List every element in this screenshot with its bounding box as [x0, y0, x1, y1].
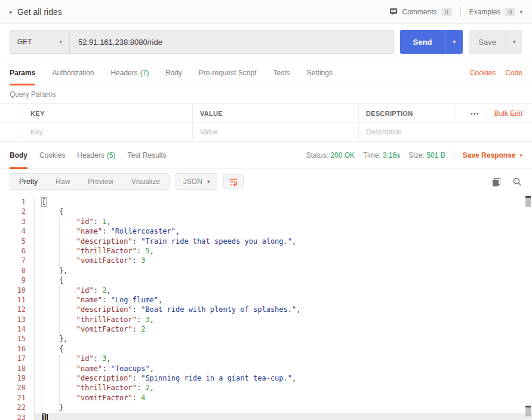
time-label: Time:	[363, 151, 381, 160]
tab-label: Settings	[307, 69, 333, 77]
indent-guide	[59, 364, 76, 373]
response-tab-test-results[interactable]: Test Results	[127, 142, 166, 168]
tab-authorization[interactable]: Authorization	[52, 60, 94, 85]
tab-pre-request-script[interactable]: Pre-request Script	[199, 60, 257, 85]
save-options-caret[interactable]: ▾	[506, 30, 522, 54]
disclosure-triangle-icon[interactable]: ▸	[10, 8, 13, 15]
send-label: Send	[413, 38, 432, 47]
tab-label: Cookies	[39, 151, 65, 160]
code-line: 8},	[0, 266, 532, 275]
code-token: "thrillFactor"	[76, 247, 137, 255]
indent-guide	[59, 373, 76, 383]
scrollbar-track[interactable]	[525, 195, 531, 419]
code-line: 4"name": "Rollercoaster",	[0, 226, 532, 236]
divider	[487, 108, 487, 119]
tab-body[interactable]: Body	[165, 60, 182, 85]
value-column-header: VALUE	[192, 104, 358, 122]
view-tab-visualize[interactable]: Visualize	[122, 174, 169, 189]
select-column-header	[0, 104, 23, 122]
save-response-dropdown[interactable]: Save Response ▾	[463, 151, 522, 160]
code-line: 1[	[0, 197, 532, 207]
request-name: Get all rides	[17, 7, 62, 17]
params-input-row	[0, 122, 532, 142]
response-tab-headers[interactable]: Headers(5)	[77, 142, 115, 168]
scrollbar-thumb-top[interactable]	[525, 196, 531, 207]
code-token: "Train ride that speeds you along."	[141, 237, 292, 246]
tab-settings[interactable]: Settings	[307, 60, 333, 85]
tab-params[interactable]: Params	[10, 60, 35, 85]
line-number: 9	[0, 275, 35, 285]
indent-guide	[59, 217, 76, 226]
method-select[interactable]: GET ▾	[10, 30, 69, 54]
code-line: 11"name": "Log flume",	[0, 295, 532, 305]
code-area[interactable]: 1[2{3"id": 1,4"name": "Rollercoaster",5"…	[0, 194, 532, 420]
view-tab-preview[interactable]: Preview	[79, 174, 122, 189]
code-line: 23]	[0, 413, 532, 420]
scrollbar-thumb-bottom[interactable]	[525, 406, 531, 416]
cookies-link[interactable]: Cookies	[470, 69, 496, 77]
line-number: 13	[0, 315, 35, 324]
line-number: 14	[0, 324, 35, 334]
line-number: 11	[0, 295, 35, 305]
indent-guide	[42, 305, 59, 314]
params-header-row: KEY VALUE DESCRIPTION ••• Bulk Edit	[0, 103, 532, 122]
code-token: "description"	[76, 237, 133, 246]
code-line: 2{	[0, 207, 532, 216]
param-key-input[interactable]	[30, 128, 185, 136]
indent-guide	[42, 256, 59, 265]
save-response-label: Save Response	[463, 151, 516, 160]
method-value: GET	[17, 38, 32, 46]
code-line: 3"id": 1,	[0, 217, 532, 226]
code-link[interactable]: Code	[505, 69, 522, 77]
language-select[interactable]: JSON ▾	[176, 173, 218, 190]
chevron-down-icon: ▾	[519, 152, 522, 158]
save-split-button: Save ▾	[469, 30, 522, 54]
response-tab-body[interactable]: Body	[10, 142, 27, 168]
view-tab-raw[interactable]: Raw	[47, 174, 79, 189]
code-token: "Boat ride with plenty of splashes."	[141, 305, 296, 314]
code-token: "thrillFactor"	[76, 384, 137, 392]
comments-button[interactable]: Comments 0	[389, 7, 452, 17]
copy-response-button[interactable]	[491, 177, 502, 187]
send-options-caret[interactable]: ▾	[445, 30, 463, 54]
response-tab-cookies[interactable]: Cookies	[39, 142, 65, 168]
code-token: "name"	[76, 227, 102, 235]
code-line: 10"id": 2,	[0, 286, 532, 295]
code-token: :	[94, 354, 102, 363]
url-input[interactable]	[70, 38, 393, 47]
tab-label: Tests	[273, 69, 290, 77]
query-params-table: KEY VALUE DESCRIPTION ••• Bulk Edit	[0, 103, 532, 142]
indent-guide	[42, 403, 59, 412]
tab-tests[interactable]: Tests	[273, 60, 290, 85]
request-title[interactable]: ▸ Get all rides	[10, 7, 62, 17]
send-split-button: Send ▾	[400, 30, 463, 54]
tab-label: Pre-request Script	[199, 69, 257, 77]
examples-dropdown[interactable]: Examples 0 ▾	[469, 8, 522, 16]
code-token: ,	[296, 305, 300, 314]
param-value-input[interactable]	[200, 128, 351, 136]
tab-label: Authorization	[52, 69, 94, 77]
headers-count: (7)	[140, 69, 149, 77]
view-tab-pretty[interactable]: Pretty	[10, 174, 47, 189]
code-line: 9{	[0, 275, 532, 285]
save-button[interactable]: Save	[469, 30, 506, 54]
comment-icon	[389, 7, 398, 17]
search-response-button[interactable]	[512, 177, 522, 187]
code-token: "name"	[76, 364, 102, 373]
code-line: 12"description": "Boat ride with plenty …	[0, 305, 532, 314]
more-options-icon[interactable]: •••	[471, 110, 479, 117]
bulk-edit-link[interactable]: Bulk Edit	[494, 109, 522, 118]
send-button[interactable]: Send	[400, 30, 445, 54]
code-token: },	[59, 266, 67, 275]
code-token: [	[42, 198, 46, 206]
code-token: "vomitFactor"	[76, 325, 133, 333]
request-builder-row: GET ▾ Send ▾ Save ▾	[0, 24, 532, 60]
save-label: Save	[478, 38, 496, 47]
status-pair: Status: 200 OK	[306, 151, 355, 160]
param-description-input[interactable]	[366, 128, 525, 136]
wrap-text-button[interactable]	[223, 174, 244, 189]
code-line: 13"thrillFactor": 3,	[0, 315, 532, 324]
tab-headers[interactable]: Headers(7)	[110, 60, 149, 85]
code-token: "thrillFactor"	[76, 315, 137, 324]
tab-label: Body	[10, 151, 27, 160]
